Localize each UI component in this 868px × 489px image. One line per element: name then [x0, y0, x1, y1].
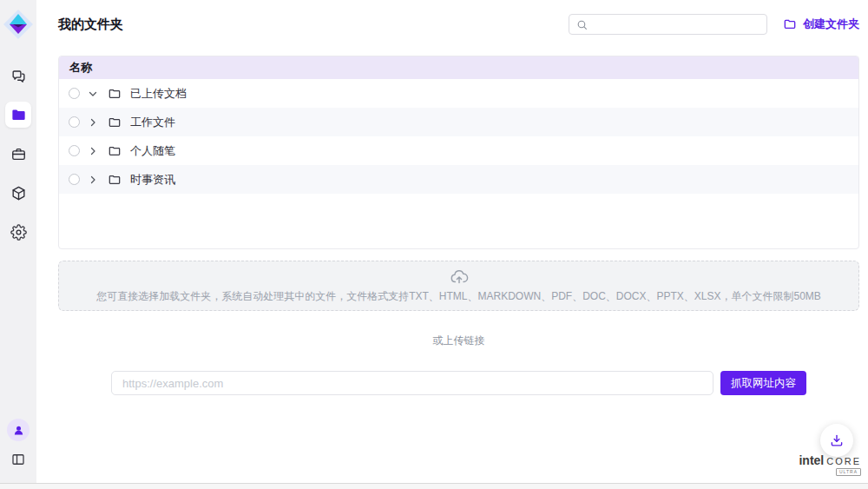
folder-icon — [10, 107, 27, 123]
chevron-right-icon[interactable] — [87, 145, 99, 157]
sidebar-item-chat[interactable] — [5, 63, 31, 89]
chevron-right-icon[interactable] — [87, 116, 99, 129]
cube-icon — [10, 185, 27, 202]
app-window: 我的文件夹 创建文件夹 — [0, 0, 868, 489]
download-fab-button[interactable] — [820, 424, 853, 457]
row-checkbox[interactable] — [69, 174, 80, 185]
upload-dropzone[interactable]: 您可直接选择加载文件夹，系统自动处理其中的文件，文件格式支持TXT、HTML、M… — [58, 261, 859, 311]
folder-row-work-files[interactable]: 工作文件 — [59, 108, 858, 136]
sidebar-item-folders[interactable] — [5, 102, 31, 128]
app-logo — [3, 9, 34, 40]
sidebar-nav — [5, 63, 31, 245]
ultra-badge: ultra — [836, 468, 861, 476]
row-checkbox[interactable] — [69, 145, 80, 156]
briefcase-icon — [10, 146, 27, 162]
search-input[interactable] — [593, 18, 760, 30]
cloud-upload-icon — [450, 268, 469, 287]
fetch-url-button[interactable]: 抓取网址内容 — [720, 371, 806, 395]
folder-row-news[interactable]: 时事资讯 — [59, 165, 858, 194]
search-icon — [576, 19, 588, 30]
user-avatar[interactable] — [7, 419, 30, 441]
gear-icon — [10, 224, 27, 241]
folder-icon — [108, 116, 122, 129]
row-checkbox[interactable] — [69, 116, 80, 128]
chevron-right-icon[interactable] — [87, 174, 99, 186]
upload-hint-text: 您可直接选择加载文件夹，系统自动处理其中的文件，文件格式支持TXT、HTML、M… — [96, 289, 821, 304]
table-header-name: 名称 — [59, 56, 858, 79]
folder-plus-icon — [783, 17, 797, 31]
folder-row-label: 时事资讯 — [130, 172, 175, 188]
topbar: 我的文件夹 创建文件夹 — [36, 0, 868, 49]
main-panel: 我的文件夹 创建文件夹 — [36, 0, 868, 483]
sidebar-item-models[interactable] — [5, 180, 31, 206]
core-wordmark: CORE — [826, 456, 861, 466]
folder-table: 名称 已上传文档 — [58, 56, 859, 249]
create-folder-label: 创建文件夹 — [803, 17, 859, 32]
url-input[interactable] — [111, 371, 713, 395]
url-upload-row: 抓取网址内容 — [111, 371, 806, 395]
collapse-sidebar-button[interactable] — [7, 448, 30, 471]
folder-row-label: 个人随笔 — [130, 143, 175, 159]
download-icon — [829, 433, 845, 448]
panel-layout-icon — [10, 452, 26, 467]
page-title: 我的文件夹 — [58, 17, 123, 33]
or-upload-link-label: 或上传链接 — [58, 334, 859, 348]
folder-icon — [108, 87, 122, 101]
intel-wordmark: intel — [799, 453, 824, 467]
sidebar-item-settings[interactable] — [5, 219, 31, 245]
folder-row-label: 已上传文档 — [130, 86, 187, 102]
folder-row-uploaded-docs[interactable]: 已上传文档 — [59, 79, 858, 108]
row-checkbox[interactable] — [69, 88, 80, 99]
folder-row-personal-notes[interactable]: 个人随笔 — [59, 136, 858, 165]
sidebar-item-toolbox[interactable] — [5, 141, 31, 167]
intel-core-logo: intel CORE ultra — [799, 453, 861, 476]
folder-row-label: 工作文件 — [130, 115, 175, 130]
window-bottom-edge — [0, 483, 868, 489]
chat-icon — [10, 68, 27, 84]
search-box — [569, 14, 767, 35]
sidebar — [0, 0, 36, 483]
person-icon — [12, 424, 25, 437]
create-folder-button[interactable]: 创建文件夹 — [783, 17, 859, 32]
folder-icon — [108, 173, 122, 187]
chevron-down-icon[interactable] — [87, 88, 99, 100]
folder-icon — [108, 144, 122, 158]
